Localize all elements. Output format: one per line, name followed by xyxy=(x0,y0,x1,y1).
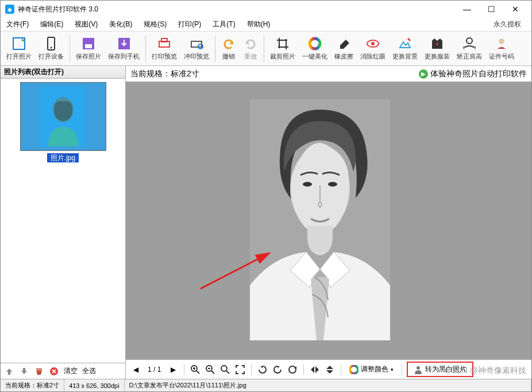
color-wheel-icon xyxy=(349,365,358,374)
flip-v-button[interactable] xyxy=(323,363,336,376)
remove-button[interactable] xyxy=(49,366,59,377)
rotate-left-button[interactable] xyxy=(256,363,269,376)
svg-point-10 xyxy=(310,38,320,49)
eraser-button[interactable]: 橡皮擦 xyxy=(331,36,357,61)
status-dims: 413 x 626, 300dpi xyxy=(64,379,124,391)
menu-edit[interactable]: 编辑(E) xyxy=(37,18,67,30)
status-spec: 当前规格：标准2寸 xyxy=(1,379,64,391)
zoom-in-button[interactable] xyxy=(189,363,202,376)
svg-point-12 xyxy=(371,42,375,45)
open-device-button[interactable]: 打开设备 xyxy=(35,36,67,61)
license-label: 永久授权 xyxy=(490,18,525,30)
undo-button[interactable]: 撤销 xyxy=(218,36,240,61)
next-page-button[interactable]: ▶ xyxy=(167,363,179,376)
svg-rect-17 xyxy=(36,368,42,370)
clear-button[interactable]: 清空 xyxy=(64,366,78,376)
svg-point-29 xyxy=(417,366,420,370)
delete-button[interactable] xyxy=(34,366,44,377)
watermark: CSDN @神奇像素科技 xyxy=(445,366,526,376)
adjust-color-button[interactable]: 调整颜色 ▾ xyxy=(346,363,397,375)
move-up-button[interactable] xyxy=(4,366,14,377)
close-button[interactable]: ✕ xyxy=(504,1,527,17)
photo-preview xyxy=(250,99,390,340)
svg-rect-7 xyxy=(161,38,167,42)
photo-list: 照片.jpg xyxy=(1,79,125,363)
move-down-button[interactable] xyxy=(19,366,29,377)
menu-spec[interactable]: 规格(S) xyxy=(140,18,170,30)
toolbar: 打开照片 打开设备 保存照片 保存到手机 打印预览 冲印预览 撤销 重做 裁剪照… xyxy=(1,32,531,66)
svg-point-2 xyxy=(51,47,52,49)
menu-view[interactable]: 视图(V) xyxy=(71,18,101,30)
spec-value: 标准2寸 xyxy=(171,69,199,79)
develop-preview-button[interactable]: 冲印预览 xyxy=(180,36,213,61)
menu-file[interactable]: 文件(F) xyxy=(3,18,32,30)
photo-thumb-frame xyxy=(20,82,106,151)
shoulder-icon xyxy=(462,36,477,51)
shoulder-button[interactable]: 矫正肩高 xyxy=(453,36,485,61)
photo-thumb-image xyxy=(40,87,86,146)
prev-page-button[interactable]: ◀ xyxy=(129,363,142,376)
redeye-button[interactable]: 消除红眼 xyxy=(357,36,389,61)
person-icon xyxy=(414,365,423,374)
idnum-icon xyxy=(494,36,509,51)
fullscreen-button[interactable] xyxy=(234,363,246,376)
rotate-free-button[interactable] xyxy=(286,363,299,376)
save-photo-button[interactable]: 保存照片 xyxy=(72,36,105,61)
content-area: 当前规格： 标准2寸 ▶ 体验神奇照片自动打印软件 xyxy=(126,66,531,379)
statusbar: 当前规格：标准2寸 413 x 626, 300dpi D:\文章发布平台\20… xyxy=(1,379,531,391)
photo-thumb[interactable]: 照片.jpg xyxy=(20,82,106,163)
open-photo-button[interactable]: 打开照片 xyxy=(3,36,35,61)
flip-h-button[interactable] xyxy=(309,363,321,376)
menu-help[interactable]: 帮助(H) xyxy=(244,18,274,30)
app-icon: ◆ xyxy=(5,5,14,14)
svg-point-14 xyxy=(499,38,504,44)
spec-label: 当前规格： xyxy=(130,69,171,79)
undo-icon xyxy=(221,36,236,51)
beautify-icon xyxy=(307,36,322,51)
menu-tools[interactable]: 工具(T) xyxy=(209,18,238,30)
crop-icon xyxy=(275,36,290,51)
crop-button[interactable]: 裁剪照片 xyxy=(267,36,299,61)
open-photo-icon xyxy=(11,36,26,51)
select-all-button[interactable]: 全选 xyxy=(82,366,96,376)
clothes-icon xyxy=(430,36,445,51)
save-phone-icon xyxy=(117,36,132,51)
develop-icon xyxy=(189,36,204,51)
save-icon xyxy=(81,36,96,51)
promo-link[interactable]: ▶ 体验神奇照片自动打印软件 xyxy=(419,69,527,79)
promo-icon: ▶ xyxy=(419,69,428,79)
spec-bar: 当前规格： 标准2寸 ▶ 体验神奇照片自动打印软件 xyxy=(126,66,531,82)
beautify-button[interactable]: 一键美化 xyxy=(299,36,331,61)
svg-point-27 xyxy=(289,366,296,373)
redo-button[interactable]: 重做 xyxy=(240,36,261,61)
zoom-fit-button[interactable] xyxy=(219,363,232,376)
svg-line-23 xyxy=(201,253,269,289)
zoom-out-button[interactable] xyxy=(204,363,217,376)
sidebar-header: 照片列表(双击打开) xyxy=(1,66,125,79)
rotate-right-button[interactable] xyxy=(271,363,284,376)
menubar: 文件(F) 编辑(E) 视图(V) 美化(B) 规格(S) 打印(P) 工具(T… xyxy=(1,18,531,32)
redo-icon xyxy=(243,36,258,51)
photo-canvas[interactable] xyxy=(126,82,531,359)
sidebar-footer: 清空 全选 xyxy=(1,363,125,379)
minimize-button[interactable]: — xyxy=(456,1,479,17)
menu-print[interactable]: 打印(P) xyxy=(175,18,205,30)
titlebar: ◆ 神奇证件照片打印软件 3.0 — ☐ ✕ xyxy=(1,1,531,18)
window-title: 神奇证件照片打印软件 3.0 xyxy=(18,5,456,14)
save-phone-button[interactable]: 保存到手机 xyxy=(105,36,143,61)
change-bg-button[interactable]: 更换背景 xyxy=(389,36,421,61)
photo-thumb-caption: 照片.jpg xyxy=(20,153,106,163)
svg-rect-4 xyxy=(85,44,92,48)
redeye-icon xyxy=(365,36,380,51)
change-clothes-button[interactable]: 更换服装 xyxy=(421,36,453,61)
menu-beautify[interactable]: 美化(B) xyxy=(106,18,136,30)
dropdown-icon: ▾ xyxy=(391,367,394,372)
svg-point-22 xyxy=(328,182,337,187)
eraser-icon xyxy=(337,36,352,51)
print-icon xyxy=(157,36,172,51)
sidebar: 照片列表(双击打开) 照片.jpg 清空 全选 xyxy=(1,66,126,379)
id-number-button[interactable]: 证件号码 xyxy=(485,36,518,61)
svg-point-13 xyxy=(467,38,472,44)
maximize-button[interactable]: ☐ xyxy=(480,1,503,17)
print-preview-button[interactable]: 打印预览 xyxy=(148,36,180,61)
